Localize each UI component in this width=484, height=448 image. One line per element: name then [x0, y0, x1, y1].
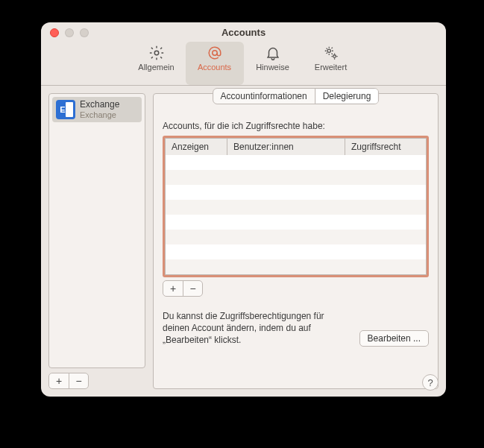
- access-table-highlight: Anzeigen Benutzer:innen Zugriffsrecht: [163, 136, 429, 277]
- tab-general[interactable]: Allgemein: [128, 42, 186, 85]
- minimize-window-button[interactable]: [65, 28, 74, 37]
- window-title: Accounts: [221, 27, 265, 38]
- table-row[interactable]: [166, 215, 426, 230]
- table-body: [166, 155, 426, 274]
- col-show[interactable]: Anzeigen: [166, 139, 227, 155]
- remove-access-button[interactable]: −: [183, 281, 202, 296]
- svg-point-3: [333, 55, 336, 58]
- add-access-button[interactable]: +: [163, 281, 183, 296]
- help-button[interactable]: ?: [422, 374, 439, 391]
- remove-account-button[interactable]: −: [69, 373, 88, 388]
- toolbar: Allgemein Accounts Hinweise Erweitert: [41, 42, 446, 86]
- table-header: Anzeigen Benutzer:innen Zugriffsrecht: [166, 139, 426, 155]
- detail-tabs: Accountinformationen Delegierung: [213, 88, 380, 104]
- sidebar-add-remove: + −: [48, 373, 89, 389]
- tab-notifications[interactable]: Hinweise: [244, 42, 302, 85]
- table-row[interactable]: [166, 259, 426, 274]
- at-sign-icon: [207, 45, 223, 61]
- tab-general-label: Allgemein: [138, 63, 174, 72]
- tab-accounts-label: Accounts: [198, 63, 231, 72]
- table-row[interactable]: [166, 185, 426, 200]
- titlebar: Accounts: [41, 22, 446, 42]
- preferences-window: Accounts Allgemein Accounts Hinweise Erw…: [41, 22, 446, 397]
- detail-tab-info[interactable]: Accountinformationen: [213, 89, 315, 104]
- window-controls: [50, 28, 89, 37]
- detail-tab-delegation[interactable]: Delegierung: [315, 89, 379, 104]
- accounts-list[interactable]: E Exchange Exchange: [48, 93, 145, 368]
- exchange-icon: E: [56, 100, 75, 119]
- tab-notifications-label: Hinweise: [256, 63, 289, 72]
- access-table[interactable]: Anzeigen Benutzer:innen Zugriffsrecht: [165, 138, 427, 275]
- table-row[interactable]: [166, 200, 426, 215]
- account-name: Exchange: [80, 100, 119, 110]
- gear-icon: [148, 45, 165, 61]
- access-section-label: Accounts, für die ich Zugriffsrechte hab…: [163, 121, 429, 131]
- tab-advanced[interactable]: Erweitert: [302, 42, 360, 85]
- help-icon: ?: [427, 377, 433, 388]
- double-gear-icon: [323, 45, 339, 61]
- add-account-button[interactable]: +: [49, 373, 69, 388]
- svg-point-2: [327, 49, 330, 52]
- edit-button[interactable]: Bearbeiten ...: [359, 330, 429, 347]
- col-users[interactable]: Benutzer:innen: [227, 139, 345, 155]
- accounts-sidebar: E Exchange Exchange + −: [48, 93, 145, 389]
- svg-point-1: [212, 51, 216, 55]
- zoom-window-button[interactable]: [80, 28, 89, 37]
- content-area: E Exchange Exchange + − Accountinformati…: [41, 86, 446, 397]
- close-window-button[interactable]: [50, 28, 59, 37]
- account-row-exchange[interactable]: E Exchange Exchange: [52, 97, 142, 122]
- access-add-remove: + −: [163, 280, 203, 297]
- col-permission[interactable]: Zugriffsrecht: [345, 139, 426, 155]
- bell-icon: [265, 45, 281, 61]
- table-row[interactable]: [166, 170, 426, 185]
- account-type: Exchange: [80, 110, 119, 119]
- table-row[interactable]: [166, 244, 426, 259]
- hint-text: Du kannst die Zugriffsberechtigungen für…: [163, 310, 351, 347]
- tab-accounts[interactable]: Accounts: [186, 42, 244, 85]
- details-panel: Accountinformationen Delegierung Account…: [153, 93, 439, 389]
- account-text: Exchange Exchange: [80, 100, 119, 119]
- table-row[interactable]: [166, 230, 426, 244]
- tab-advanced-label: Erweitert: [315, 63, 347, 72]
- table-row[interactable]: [166, 155, 426, 170]
- svg-point-0: [154, 51, 159, 55]
